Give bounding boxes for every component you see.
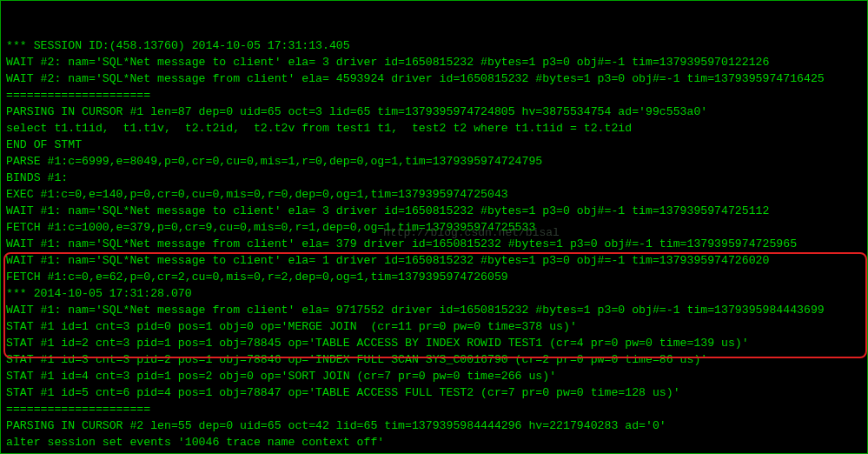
trace-line: alter session set events '10046 trace na… [6, 434, 862, 451]
trace-lines: *** SESSION ID:(458.13760) 2014-10-05 17… [6, 37, 862, 454]
trace-line: BINDS #1: [6, 170, 862, 186]
trace-line: END OF STMT [6, 137, 862, 153]
trace-line: STAT #1 id=3 cnt=3 pid=2 pos=1 obj=78846… [6, 351, 862, 368]
trace-line: ===================== [6, 401, 862, 417]
trace-line: STAT #1 id=1 cnt=3 pid=0 pos=1 obj=0 op=… [6, 318, 862, 335]
terminal-output: *** SESSION ID:(458.13760) 2014-10-05 17… [0, 0, 868, 454]
trace-line: FETCH #1:c=1000,e=379,p=0,cr=9,cu=0,mis=… [6, 219, 862, 236]
trace-line: *** 2014-10-05 17:31:28.070 [6, 285, 862, 302]
trace-line: *** SESSION ID:(458.13760) 2014-10-05 17… [6, 37, 862, 54]
trace-line: WAIT #1: nam='SQL*Net message to client'… [6, 252, 862, 269]
trace-line: STAT #1 id=2 cnt=3 pid=1 pos=1 obj=78845… [6, 335, 862, 351]
trace-line: PARSING IN CURSOR #1 len=87 dep=0 uid=65… [6, 103, 862, 120]
trace-line: STAT #1 id=5 cnt=6 pid=4 pos=1 obj=78847… [6, 384, 862, 401]
trace-line: FETCH #1:c=0,e=62,p=0,cr=2,cu=0,mis=0,r=… [6, 269, 862, 285]
trace-line: PARSE #1:c=6999,e=8049,p=0,cr=0,cu=0,mis… [6, 153, 862, 170]
trace-line: select t1.t1id, t1.t1v, t2.t2id, t2.t2v … [6, 120, 862, 137]
trace-line: STAT #1 id=4 cnt=3 pid=1 pos=2 obj=0 op=… [6, 368, 862, 384]
trace-line: WAIT #2: nam='SQL*Net message to client'… [6, 54, 862, 70]
trace-line: END OF STMT [6, 451, 862, 454]
trace-line: WAIT #1: nam='SQL*Net message from clien… [6, 302, 862, 318]
trace-line: WAIT #1: nam='SQL*Net message from clien… [6, 236, 862, 252]
trace-line: EXEC #1:c=0,e=140,p=0,cr=0,cu=0,mis=0,r=… [6, 186, 862, 203]
trace-line: WAIT #2: nam='SQL*Net message from clien… [6, 70, 862, 87]
trace-line: PARSING IN CURSOR #2 len=55 dep=0 uid=65… [6, 417, 862, 434]
trace-line: WAIT #1: nam='SQL*Net message to client'… [6, 203, 862, 219]
trace-line: ===================== [6, 87, 862, 103]
